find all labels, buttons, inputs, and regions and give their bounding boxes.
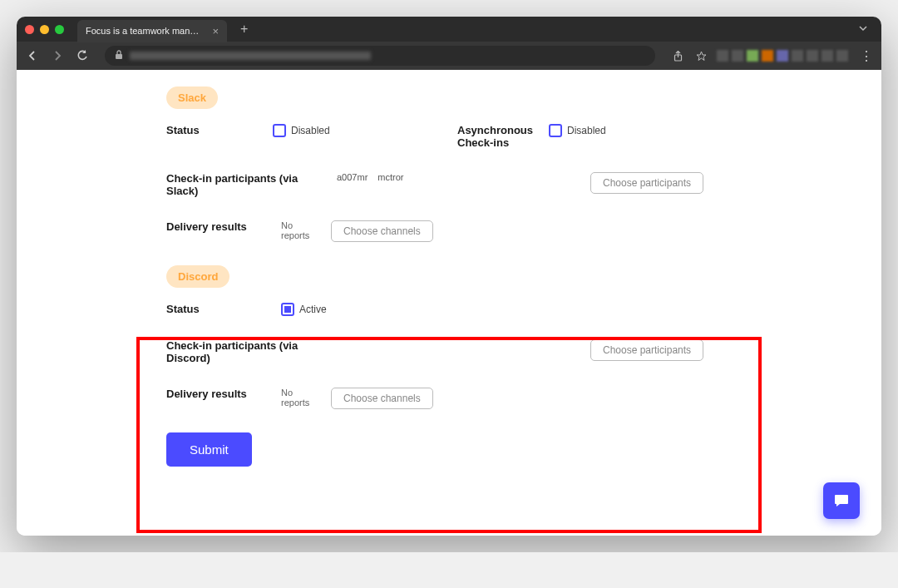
kebab-menu-icon[interactable]: ⋮ bbox=[860, 48, 873, 64]
settings-card: Slack Status Disabled Asynchronous Check… bbox=[158, 70, 740, 500]
discord-status-label: Status bbox=[166, 303, 273, 315]
slack-participants-list: a007mr mctror bbox=[337, 172, 403, 182]
slack-participants-label: Check-in participants (via Slack) bbox=[166, 172, 328, 197]
tab-title: Focus is a teamwork managem bbox=[86, 26, 202, 36]
extension-icon[interactable] bbox=[822, 50, 833, 62]
slack-async-checkbox[interactable] bbox=[549, 124, 562, 137]
extension-icon[interactable] bbox=[732, 50, 743, 62]
slack-choose-participants-button[interactable]: Choose participants bbox=[590, 172, 703, 194]
discord-participants-label: Check-in participants (via Discord) bbox=[166, 339, 328, 364]
extension-icon[interactable] bbox=[777, 50, 788, 62]
reload-button[interactable] bbox=[75, 50, 90, 62]
section-pill-discord: Discord bbox=[166, 265, 229, 288]
discord-choose-participants-button[interactable]: Choose participants bbox=[590, 339, 703, 361]
new-tab-button[interactable]: + bbox=[240, 22, 248, 37]
discord-status-checkbox[interactable] bbox=[281, 303, 294, 316]
slack-async-value: Disabled bbox=[567, 125, 606, 136]
slack-status-value: Disabled bbox=[291, 125, 330, 136]
browser-window: Focus is a teamwork managem × + bbox=[17, 17, 881, 536]
minimize-window-button[interactable] bbox=[40, 25, 49, 34]
bookmark-star-icon[interactable] bbox=[693, 51, 708, 62]
slack-choose-channels-button[interactable]: Choose channels bbox=[331, 220, 433, 242]
discord-choose-channels-button[interactable]: Choose channels bbox=[331, 388, 433, 409]
discord-delivery-label: Delivery results bbox=[166, 388, 273, 400]
page-content: Slack Status Disabled Asynchronous Check… bbox=[17, 70, 881, 536]
extension-icons bbox=[717, 50, 848, 62]
maximize-window-button[interactable] bbox=[55, 25, 64, 34]
submit-button[interactable]: Submit bbox=[166, 432, 252, 467]
extension-icon[interactable] bbox=[717, 50, 728, 62]
slack-delivery-label: Delivery results bbox=[166, 220, 273, 233]
titlebar: Focus is a teamwork managem × + bbox=[17, 17, 881, 42]
traffic-lights bbox=[25, 25, 64, 34]
discord-status-value: Active bbox=[299, 304, 327, 315]
chat-icon bbox=[833, 492, 850, 509]
toolbar-right: ⋮ bbox=[670, 48, 873, 64]
extension-icon[interactable] bbox=[807, 50, 818, 62]
section-pill-slack: Slack bbox=[166, 86, 218, 109]
extension-icon[interactable] bbox=[836, 50, 848, 62]
lock-icon bbox=[115, 50, 123, 62]
close-window-button[interactable] bbox=[25, 25, 34, 34]
extension-icon[interactable] bbox=[747, 50, 758, 62]
slack-async-label: Asynchronous Check-ins bbox=[457, 124, 549, 149]
participant-item: mctror bbox=[377, 172, 403, 182]
browser-tab[interactable]: Focus is a teamwork managem × bbox=[77, 20, 227, 42]
share-icon[interactable] bbox=[670, 51, 685, 62]
slack-delivery-value: No reports bbox=[281, 220, 323, 240]
discord-delivery-value: No reports bbox=[281, 388, 323, 408]
address-bar[interactable] bbox=[105, 46, 655, 66]
chevron-down-icon[interactable] bbox=[858, 22, 868, 37]
url-text-obscured bbox=[130, 52, 371, 60]
slack-status-label: Status bbox=[166, 124, 273, 136]
extension-icon[interactable] bbox=[792, 50, 803, 62]
svg-rect-0 bbox=[116, 54, 122, 59]
close-tab-icon[interactable]: × bbox=[212, 25, 219, 37]
back-button[interactable] bbox=[25, 50, 40, 62]
extension-icon[interactable] bbox=[762, 50, 773, 62]
forward-button[interactable] bbox=[50, 50, 65, 62]
participant-item: a007mr bbox=[337, 172, 368, 182]
chat-widget-button[interactable] bbox=[823, 482, 860, 519]
addressbar-row: ⋮ bbox=[17, 42, 881, 70]
slack-status-checkbox[interactable] bbox=[273, 124, 286, 137]
